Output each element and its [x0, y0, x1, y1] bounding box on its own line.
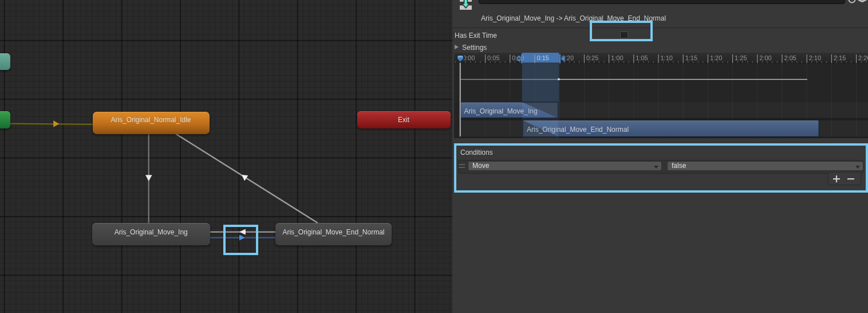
svg-text:0:00: 0:00 [463, 54, 475, 61]
svg-text:2:20: 2:20 [858, 54, 868, 61]
svg-text:1:15: 1:15 [685, 54, 697, 61]
svg-text:2:15: 2:15 [834, 54, 846, 61]
svg-text:1:25: 1:25 [735, 54, 747, 61]
svg-text:1:00: 1:00 [611, 54, 623, 61]
svg-text:1:05: 1:05 [636, 54, 648, 61]
svg-text:1:20: 1:20 [710, 54, 722, 61]
svg-text:0:15: 0:15 [537, 54, 549, 61]
svg-text:2:05: 2:05 [784, 54, 796, 61]
svg-text:0:05: 0:05 [487, 54, 499, 61]
svg-text:2:00: 2:00 [759, 54, 771, 61]
svg-text:0:25: 0:25 [586, 54, 598, 61]
svg-text:2:10: 2:10 [809, 54, 821, 61]
svg-text:1:10: 1:10 [661, 54, 673, 61]
